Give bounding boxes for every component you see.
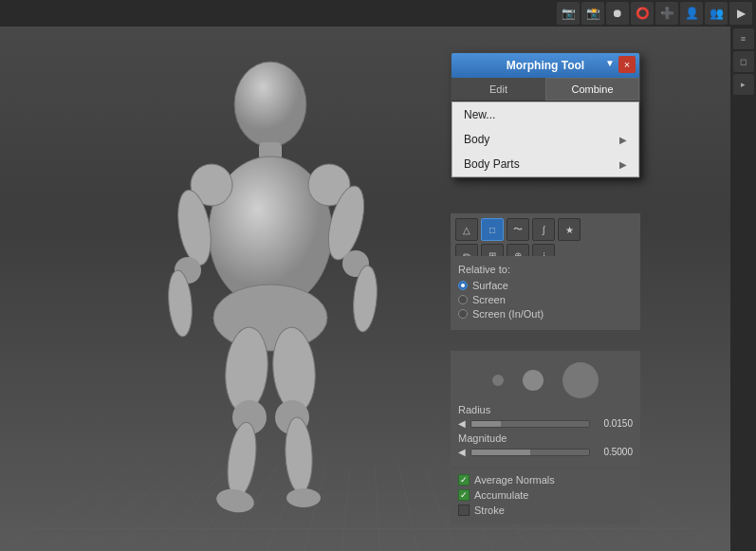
svg-point-11 — [213, 285, 327, 351]
checkboxes-panel: ✓ Average Normals ✓ Accumulate Stroke — [451, 469, 640, 524]
radio-screen-dot[interactable] — [458, 295, 468, 304]
radius-left-arrow[interactable]: ◀ — [458, 418, 466, 429]
relative-to-panel: Relative to: Surface Screen Screen (In/O… — [451, 256, 640, 330]
checkbox-stroke[interactable]: Stroke — [458, 505, 633, 516]
radio-screen-inout[interactable]: Screen (In/Out) — [458, 308, 633, 320]
tool-star[interactable]: ★ — [558, 218, 581, 241]
svg-point-17 — [284, 416, 314, 493]
tool-wave[interactable]: 〜 — [507, 218, 529, 241]
checkbox-accumulate-label: Accumulate — [474, 489, 528, 501]
panel-icon-2[interactable]: ◻ — [733, 51, 754, 72]
body-arrow-icon: ▶ — [619, 135, 627, 145]
right-panel: ≡ ◻ ▸ — [730, 0, 756, 551]
magnitude-slider-row: ◀ 0.5000 — [458, 447, 633, 457]
checkbox-avg-normals-label: Average Normals — [474, 474, 555, 486]
svg-point-16 — [224, 420, 261, 499]
magnitude-slider[interactable] — [470, 449, 590, 456]
plus-circle-icon[interactable]: ➕ — [655, 2, 678, 25]
panel-icon-3[interactable]: ▸ — [733, 74, 754, 95]
body-parts-arrow-icon: ▶ — [619, 159, 627, 170]
top-toolbar: 📷 📸 ⏺ ⭕ ➕ 👤 👥 ▶ — [0, 0, 756, 27]
brush-small — [492, 375, 504, 386]
checkbox-accumulate-box[interactable]: ✓ — [458, 489, 470, 501]
radius-label: Radius — [458, 404, 633, 415]
radio-screen-inout-dot[interactable] — [458, 309, 468, 319]
dialog-menu-icon[interactable]: ▼ — [605, 58, 615, 68]
radio-screen-inout-label: Screen (In/Out) — [472, 308, 544, 320]
magnitude-value: 0.5000 — [595, 447, 633, 457]
tab-edit[interactable]: Edit — [452, 78, 545, 101]
dialog-titlebar: ▼ Morphing Tool × — [452, 53, 639, 78]
relative-to-label: Relative to: — [458, 264, 633, 275]
panel-icon-1[interactable]: ≡ — [733, 28, 754, 49]
sliders-panel: Radius ◀ 0.0150 Magnitude ◀ 0.5000 — [451, 398, 640, 467]
radio-surface-dot[interactable] — [458, 281, 468, 290]
tools-row-1: △ □ 〜 ∫ ★ — [455, 218, 636, 241]
arrow-right-icon[interactable]: ▶ — [729, 2, 752, 25]
radio-screen-label: Screen — [472, 294, 506, 305]
magnitude-fill — [471, 450, 530, 455]
tab-combine[interactable]: Combine — [545, 78, 639, 101]
record-icon[interactable]: ⏺ — [606, 2, 629, 25]
svg-point-0 — [234, 62, 306, 147]
checkbox-stroke-box[interactable] — [458, 505, 470, 516]
screenshot-icon[interactable]: 📸 — [581, 2, 604, 25]
menu-item-body-parts[interactable]: Body Parts ▶ — [452, 152, 638, 176]
camera-icon[interactable]: 📷 — [557, 2, 580, 25]
menu-item-new[interactable]: New... — [452, 102, 638, 127]
radius-slider-row: ◀ 0.0150 — [458, 418, 633, 429]
menu-item-body[interactable]: Body ▶ — [452, 127, 638, 152]
radio-surface[interactable]: Surface — [458, 280, 633, 291]
dropdown-menu: New... Body ▶ Body Parts ▶ — [452, 101, 639, 177]
magnitude-left-arrow[interactable]: ◀ — [458, 447, 466, 457]
radio-surface-label: Surface — [472, 280, 508, 291]
radio-screen[interactable]: Screen — [458, 294, 633, 305]
dialog-close-button[interactable]: × — [618, 56, 636, 73]
mannequin — [85, 47, 446, 522]
checkbox-stroke-label: Stroke — [474, 505, 505, 516]
tool-square[interactable]: □ — [481, 218, 504, 241]
tool-triangle[interactable]: △ — [455, 218, 478, 241]
group-icon[interactable]: 👥 — [705, 2, 728, 25]
checkbox-avg-normals[interactable]: ✓ Average Normals — [458, 474, 633, 486]
tab-bar: Edit Combine — [452, 78, 639, 101]
circle-icon[interactable]: ⭕ — [631, 2, 654, 25]
svg-point-18 — [214, 487, 256, 516]
svg-point-19 — [286, 488, 321, 507]
tool-brush[interactable]: ∫ — [532, 218, 555, 241]
brush-medium — [523, 370, 544, 391]
brush-large — [562, 362, 599, 398]
checkbox-avg-normals-box[interactable]: ✓ — [458, 474, 470, 486]
radius-fill — [471, 421, 501, 427]
magnitude-label: Magnitude — [458, 432, 633, 444]
radius-slider[interactable] — [470, 420, 590, 428]
checkbox-accumulate[interactable]: ✓ Accumulate — [458, 489, 633, 501]
person-icon[interactable]: 👤 — [680, 2, 703, 25]
radius-value: 0.0150 — [595, 418, 633, 429]
morphing-tool-dialog: ▼ Morphing Tool × Edit Combine New... Bo… — [451, 52, 640, 178]
